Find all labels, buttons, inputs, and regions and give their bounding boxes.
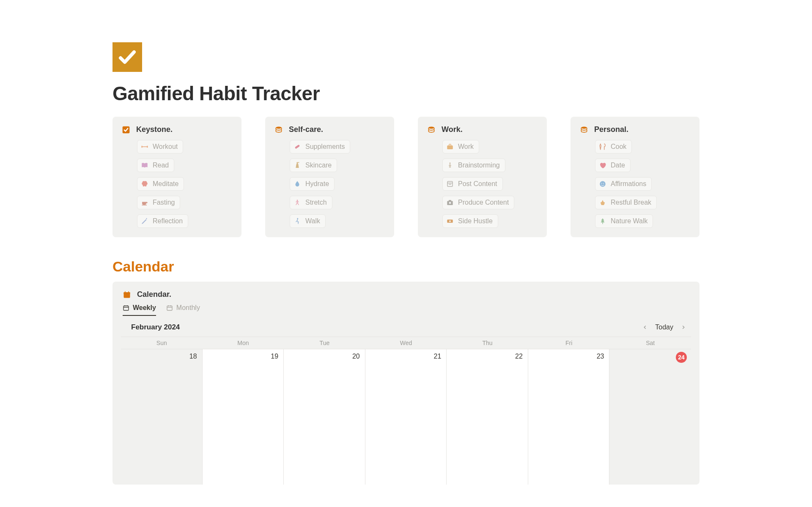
book-icon [141, 162, 148, 169]
habit-tag[interactable]: Work [442, 140, 479, 153]
habit-tag[interactable]: Hydrate [290, 177, 335, 191]
svg-rect-6 [295, 145, 300, 149]
calendar-prev-button[interactable] [642, 324, 648, 331]
lotion-icon [294, 162, 301, 169]
habit-tag-label: Reflection [153, 217, 183, 225]
habit-tag[interactable]: Supplements [290, 140, 350, 153]
calendar-cell[interactable]: 23 [528, 349, 610, 485]
svg-rect-29 [125, 291, 126, 293]
calendar-date: 23 [597, 353, 604, 360]
habit-card: Self-care.SupplementsSkincareHydrateStre… [265, 117, 394, 237]
habit-tag[interactable]: Produce Content [442, 196, 514, 209]
calendar-day-header: Wed [365, 337, 447, 349]
calendar-tab-monthly[interactable]: Monthly [166, 304, 200, 316]
calendar-heading: Calendar [112, 258, 700, 275]
calendar-cell[interactable]: 24 [609, 349, 691, 485]
habit-tag-label: Nature Walk [611, 217, 647, 225]
habit-tag-label: Hydrate [305, 180, 329, 188]
habit-card: Personal.CookDateAffirmationsRestful Bre… [571, 117, 700, 237]
calendar-today-button[interactable]: Today [655, 323, 673, 331]
habit-tag[interactable]: Meditate [137, 177, 184, 191]
habit-tag-label: Side Hustle [458, 217, 493, 225]
card-title: Personal. [594, 125, 628, 134]
svg-rect-4 [142, 205, 147, 206]
calendar-panel: Calendar. WeeklyMonthly February 2024 To… [112, 282, 700, 485]
habit-tag[interactable]: Brainstorming [442, 159, 505, 172]
habit-card: Keystone.WorkoutReadMeditateFastingRefle… [112, 117, 241, 237]
briefcase-icon [446, 143, 454, 151]
svg-rect-2 [147, 146, 148, 148]
svg-rect-8 [297, 162, 299, 163]
habit-tag[interactable]: Workout [137, 140, 183, 153]
card-title: Keystone. [136, 125, 173, 134]
calendar-cell[interactable]: 18 [121, 349, 203, 485]
calendar-cell[interactable]: 20 [284, 349, 365, 485]
calendar-date: 22 [515, 353, 523, 360]
camera-icon [446, 199, 454, 206]
calendar-icon [123, 290, 131, 299]
card-header: Keystone. [122, 125, 232, 134]
stack-icon [427, 126, 436, 134]
calendar-panel-header: Calendar. [123, 290, 691, 299]
habit-tag[interactable]: Walk [290, 214, 326, 228]
svg-point-13 [450, 162, 451, 164]
habit-tag[interactable]: Post Content [442, 177, 503, 191]
habit-tag[interactable]: Read [137, 159, 174, 172]
svg-point-25 [603, 183, 604, 184]
calendar-day-header: Thu [447, 337, 528, 349]
card-header: Personal. [580, 125, 690, 134]
calendar-toolbar: February 2024 Today [121, 316, 691, 337]
habit-tag[interactable]: Side Hustle [442, 214, 498, 228]
calendar-tab-weekly[interactable]: Weekly [123, 304, 156, 316]
calendar-date: 20 [352, 353, 360, 360]
card-title: Work. [442, 125, 463, 134]
calendar-day-header: Sun [121, 337, 203, 349]
praise-icon [599, 199, 606, 206]
stack-icon [580, 126, 588, 134]
calendar-date: 19 [271, 353, 278, 360]
calendar-grid-icon [123, 304, 129, 311]
habit-tag[interactable]: Affirmations [595, 177, 652, 191]
calendar-date: 18 [189, 353, 197, 360]
habit-tag[interactable]: Reflection [137, 214, 188, 228]
habit-tag[interactable]: Stretch [290, 196, 332, 209]
habit-tag-label: Meditate [153, 180, 178, 188]
habit-tag-label: Produce Content [458, 199, 509, 206]
brain-icon [141, 180, 148, 188]
svg-rect-31 [123, 306, 129, 310]
calendar-cell[interactable]: 19 [203, 349, 284, 485]
svg-point-21 [449, 220, 451, 222]
money-icon [446, 217, 454, 225]
habit-tag-label: Affirmations [611, 180, 646, 188]
habit-tag-list: SupplementsSkincareHydrateStretchWalk [274, 140, 385, 228]
calendar-month-label: February 2024 [131, 323, 180, 332]
calendar-nav: Today [642, 323, 687, 331]
calendar-cell[interactable]: 21 [365, 349, 447, 485]
page-title: Gamified Habit Tracker [112, 82, 700, 105]
pencil-icon [141, 217, 148, 225]
habit-tag-list: WorkBrainstormingPost ContentProduce Con… [427, 140, 538, 228]
habit-tag[interactable]: Cook [595, 140, 632, 153]
habit-tag[interactable]: Skincare [290, 159, 337, 172]
heart-icon [599, 162, 606, 169]
calendar-next-button[interactable] [680, 324, 687, 331]
svg-rect-12 [447, 145, 453, 149]
habit-tag[interactable]: Date [595, 159, 631, 172]
calendar-day-header: Tue [284, 337, 365, 349]
tree-icon [599, 217, 606, 225]
calendar-day-header: Sat [609, 337, 691, 349]
walk-icon [294, 217, 301, 225]
calendar-cell[interactable]: 22 [447, 349, 528, 485]
habit-tag-label: Skincare [305, 162, 332, 169]
svg-rect-7 [297, 163, 298, 164]
svg-rect-30 [128, 291, 129, 293]
calendar-day-headers: SunMonTueWedThuFriSat [121, 337, 691, 349]
habit-tag[interactable]: Fasting [137, 196, 180, 209]
habit-tag[interactable]: Restful Break [595, 196, 657, 209]
svg-point-24 [601, 183, 602, 184]
habit-tag-label: Post Content [458, 180, 497, 188]
habit-tag-label: Restful Break [611, 199, 651, 206]
habit-tag-label: Cook [611, 143, 626, 151]
stack-icon [274, 126, 283, 134]
habit-tag[interactable]: Nature Walk [595, 214, 653, 228]
